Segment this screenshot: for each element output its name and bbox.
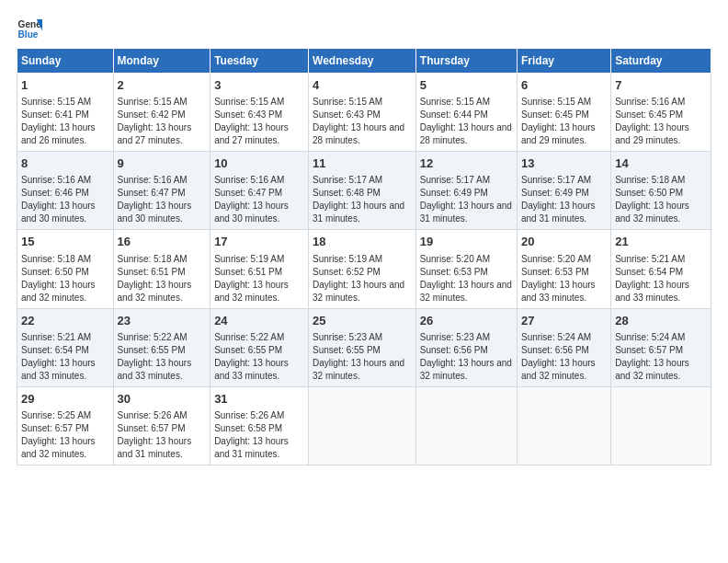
cell-info: Sunrise: 5:23 AMSunset: 6:56 PMDaylight:… xyxy=(420,332,512,381)
day-number: 14 xyxy=(615,155,707,172)
day-number: 12 xyxy=(420,155,513,172)
cell-info: Sunrise: 5:26 AMSunset: 6:57 PMDaylight:… xyxy=(118,410,192,459)
cell-info: Sunrise: 5:16 AMSunset: 6:47 PMDaylight:… xyxy=(118,175,192,224)
cell-info: Sunrise: 5:22 AMSunset: 6:55 PMDaylight:… xyxy=(118,332,192,381)
day-number: 24 xyxy=(214,313,304,329)
calendar-cell: 21Sunrise: 5:21 AMSunset: 6:54 PMDayligh… xyxy=(611,230,711,308)
cell-info: Sunrise: 5:21 AMSunset: 6:54 PMDaylight:… xyxy=(615,254,689,303)
calendar-cell xyxy=(611,386,711,465)
calendar-cell: 27Sunrise: 5:24 AMSunset: 6:56 PMDayligh… xyxy=(518,308,611,386)
day-number: 13 xyxy=(521,155,607,172)
cell-info: Sunrise: 5:15 AMSunset: 6:43 PMDaylight:… xyxy=(214,97,289,145)
calendar-cell: 3Sunrise: 5:15 AMSunset: 6:43 PMDaylight… xyxy=(210,74,309,152)
col-header-tuesday: Tuesday xyxy=(210,49,309,74)
logo-icon: General Blue xyxy=(17,17,42,42)
cell-info: Sunrise: 5:24 AMSunset: 6:57 PMDaylight:… xyxy=(615,332,689,381)
cell-info: Sunrise: 5:17 AMSunset: 6:49 PMDaylight:… xyxy=(420,175,512,224)
day-number: 8 xyxy=(21,155,109,172)
svg-text:Blue: Blue xyxy=(18,29,39,40)
logo: General Blue xyxy=(17,17,42,42)
day-number: 4 xyxy=(313,77,412,94)
calendar-cell: 16Sunrise: 5:18 AMSunset: 6:51 PMDayligh… xyxy=(113,230,210,308)
day-number: 1 xyxy=(21,77,109,94)
calendar-cell: 11Sunrise: 5:17 AMSunset: 6:48 PMDayligh… xyxy=(309,152,416,230)
header: General Blue xyxy=(17,17,711,42)
day-number: 16 xyxy=(118,234,207,250)
calendar-cell: 12Sunrise: 5:17 AMSunset: 6:49 PMDayligh… xyxy=(415,152,517,230)
calendar-cell: 25Sunrise: 5:23 AMSunset: 6:55 PMDayligh… xyxy=(309,308,416,386)
calendar-cell: 29Sunrise: 5:25 AMSunset: 6:57 PMDayligh… xyxy=(17,386,114,465)
calendar-cell: 24Sunrise: 5:22 AMSunset: 6:55 PMDayligh… xyxy=(210,308,309,386)
day-number: 10 xyxy=(214,155,304,172)
calendar-cell: 5Sunrise: 5:15 AMSunset: 6:44 PMDaylight… xyxy=(415,74,517,152)
cell-info: Sunrise: 5:21 AMSunset: 6:54 PMDaylight:… xyxy=(21,332,96,381)
day-number: 5 xyxy=(420,77,513,94)
calendar-cell xyxy=(415,386,517,465)
day-number: 29 xyxy=(21,391,109,408)
day-number: 17 xyxy=(214,234,304,250)
day-number: 25 xyxy=(313,313,412,329)
calendar-cell: 15Sunrise: 5:18 AMSunset: 6:50 PMDayligh… xyxy=(17,230,114,308)
calendar-cell: 10Sunrise: 5:16 AMSunset: 6:47 PMDayligh… xyxy=(210,152,309,230)
calendar-cell: 31Sunrise: 5:26 AMSunset: 6:58 PMDayligh… xyxy=(210,386,309,465)
day-number: 28 xyxy=(615,313,707,329)
calendar-cell: 22Sunrise: 5:21 AMSunset: 6:54 PMDayligh… xyxy=(17,308,114,386)
cell-info: Sunrise: 5:24 AMSunset: 6:56 PMDaylight:… xyxy=(521,332,596,381)
day-number: 7 xyxy=(615,77,707,94)
day-number: 21 xyxy=(615,234,707,250)
calendar-cell: 7Sunrise: 5:16 AMSunset: 6:45 PMDaylight… xyxy=(611,74,711,152)
col-header-thursday: Thursday xyxy=(415,49,517,74)
calendar-cell: 2Sunrise: 5:15 AMSunset: 6:42 PMDaylight… xyxy=(113,74,210,152)
calendar-cell: 8Sunrise: 5:16 AMSunset: 6:46 PMDaylight… xyxy=(17,152,114,230)
cell-info: Sunrise: 5:20 AMSunset: 6:53 PMDaylight:… xyxy=(521,254,596,303)
cell-info: Sunrise: 5:18 AMSunset: 6:51 PMDaylight:… xyxy=(118,254,192,303)
day-number: 18 xyxy=(313,234,412,250)
day-number: 2 xyxy=(118,77,207,94)
cell-info: Sunrise: 5:25 AMSunset: 6:57 PMDaylight:… xyxy=(21,410,96,459)
day-number: 9 xyxy=(118,155,207,172)
cell-info: Sunrise: 5:16 AMSunset: 6:46 PMDaylight:… xyxy=(21,175,96,224)
calendar-cell: 30Sunrise: 5:26 AMSunset: 6:57 PMDayligh… xyxy=(113,386,210,465)
cell-info: Sunrise: 5:16 AMSunset: 6:45 PMDaylight:… xyxy=(615,97,689,145)
week-row-1: 1Sunrise: 5:15 AMSunset: 6:41 PMDaylight… xyxy=(17,74,711,152)
day-number: 31 xyxy=(214,391,304,408)
day-number: 20 xyxy=(521,234,607,250)
col-header-wednesday: Wednesday xyxy=(309,49,416,74)
day-number: 26 xyxy=(420,313,513,329)
calendar-cell: 23Sunrise: 5:22 AMSunset: 6:55 PMDayligh… xyxy=(113,308,210,386)
col-header-monday: Monday xyxy=(113,49,210,74)
cell-info: Sunrise: 5:17 AMSunset: 6:49 PMDaylight:… xyxy=(521,175,596,224)
cell-info: Sunrise: 5:18 AMSunset: 6:50 PMDaylight:… xyxy=(615,175,689,224)
calendar-cell: 6Sunrise: 5:15 AMSunset: 6:45 PMDaylight… xyxy=(518,74,611,152)
day-number: 3 xyxy=(214,77,304,94)
day-number: 22 xyxy=(21,313,109,329)
day-number: 19 xyxy=(420,234,513,250)
week-row-4: 22Sunrise: 5:21 AMSunset: 6:54 PMDayligh… xyxy=(17,308,711,386)
day-number: 27 xyxy=(521,313,607,329)
cell-info: Sunrise: 5:15 AMSunset: 6:43 PMDaylight:… xyxy=(313,97,404,145)
cell-info: Sunrise: 5:20 AMSunset: 6:53 PMDaylight:… xyxy=(420,254,512,303)
col-header-friday: Friday xyxy=(518,49,611,74)
col-header-saturday: Saturday xyxy=(611,49,711,74)
cell-info: Sunrise: 5:17 AMSunset: 6:48 PMDaylight:… xyxy=(313,175,404,224)
day-number: 15 xyxy=(21,234,109,250)
calendar-cell: 17Sunrise: 5:19 AMSunset: 6:51 PMDayligh… xyxy=(210,230,309,308)
calendar-cell xyxy=(518,386,611,465)
day-number: 11 xyxy=(313,155,412,172)
cell-info: Sunrise: 5:18 AMSunset: 6:50 PMDaylight:… xyxy=(21,254,96,303)
cell-info: Sunrise: 5:16 AMSunset: 6:47 PMDaylight:… xyxy=(214,175,289,224)
calendar-cell: 14Sunrise: 5:18 AMSunset: 6:50 PMDayligh… xyxy=(611,152,711,230)
cell-info: Sunrise: 5:19 AMSunset: 6:51 PMDaylight:… xyxy=(214,254,289,303)
cell-info: Sunrise: 5:15 AMSunset: 6:44 PMDaylight:… xyxy=(420,97,512,145)
calendar-cell: 9Sunrise: 5:16 AMSunset: 6:47 PMDaylight… xyxy=(113,152,210,230)
header-row: SundayMondayTuesdayWednesdayThursdayFrid… xyxy=(17,49,711,74)
cell-info: Sunrise: 5:23 AMSunset: 6:55 PMDaylight:… xyxy=(313,332,404,381)
calendar-table: SundayMondayTuesdayWednesdayThursdayFrid… xyxy=(17,48,711,465)
calendar-cell: 18Sunrise: 5:19 AMSunset: 6:52 PMDayligh… xyxy=(309,230,416,308)
cell-info: Sunrise: 5:26 AMSunset: 6:58 PMDaylight:… xyxy=(214,410,289,459)
cell-info: Sunrise: 5:22 AMSunset: 6:55 PMDaylight:… xyxy=(214,332,289,381)
calendar-cell: 19Sunrise: 5:20 AMSunset: 6:53 PMDayligh… xyxy=(415,230,517,308)
cell-info: Sunrise: 5:19 AMSunset: 6:52 PMDaylight:… xyxy=(313,254,404,303)
cell-info: Sunrise: 5:15 AMSunset: 6:42 PMDaylight:… xyxy=(118,97,192,145)
page-container: General Blue SundayMondayTuesdayWednesda… xyxy=(0,0,728,475)
